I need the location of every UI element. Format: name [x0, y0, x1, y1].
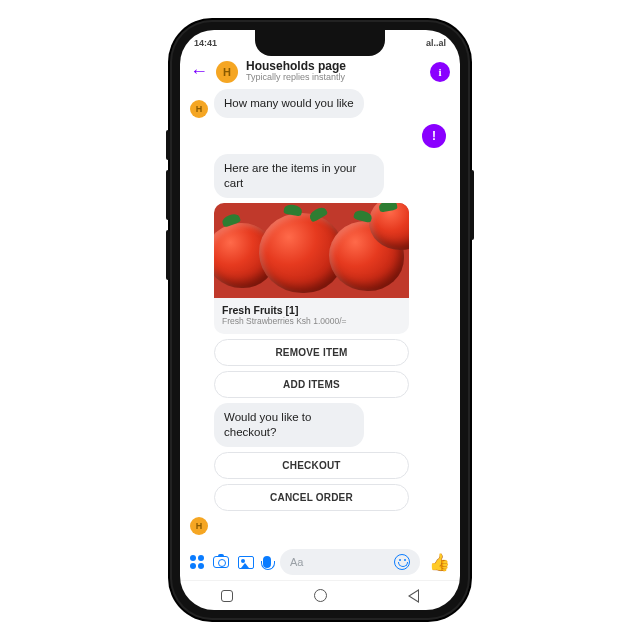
input-placeholder: Aa: [290, 556, 303, 568]
camera-icon[interactable]: [213, 556, 229, 568]
outgoing-badge: !: [422, 124, 446, 148]
message-incoming: H: [190, 517, 450, 535]
message-incoming: H How many would you like: [190, 89, 450, 118]
composer: Aa 👍: [180, 544, 460, 580]
cart-block: Here are the items in your cart: [214, 154, 450, 511]
message-input[interactable]: Aa: [280, 549, 420, 575]
back-icon[interactable]: ←: [190, 61, 208, 82]
nav-recent-icon[interactable]: [221, 590, 233, 602]
message-avatar: H: [190, 517, 208, 535]
chat-messages[interactable]: H How many would you like ! Here are the…: [180, 89, 460, 544]
chat-header: ← H Households page Typically replies in…: [180, 56, 460, 89]
emoji-icon[interactable]: [394, 554, 410, 570]
nav-home-icon[interactable]: [314, 589, 327, 602]
add-items-button[interactable]: ADD ITEMS: [214, 371, 409, 398]
info-button[interactable]: i: [430, 62, 450, 82]
gallery-icon[interactable]: [238, 556, 254, 569]
status-right: al..al: [426, 38, 446, 48]
header-text[interactable]: Households page Typically replies instan…: [246, 60, 422, 83]
message-outgoing: !: [190, 124, 450, 148]
nav-back-icon[interactable]: [408, 589, 419, 603]
phone-side-button: [166, 130, 170, 160]
product-image: [214, 203, 409, 298]
screen: 14:41 al..al ← H Households page Typical…: [180, 30, 460, 610]
message-avatar: H: [190, 100, 208, 118]
phone-volume-down: [166, 230, 170, 280]
message-text: Would you like to checkout?: [214, 403, 364, 447]
status-time: 14:41: [194, 38, 217, 48]
cancel-order-button[interactable]: CANCEL ORDER: [214, 484, 409, 511]
message-text: Here are the items in your cart: [214, 154, 384, 198]
apps-icon[interactable]: [190, 555, 204, 569]
message-text: How many would you like: [214, 89, 364, 118]
microphone-icon[interactable]: [263, 556, 271, 568]
remove-item-button[interactable]: REMOVE ITEM: [214, 339, 409, 366]
phone-notch: [255, 30, 385, 56]
product-card[interactable]: Fresh Fruits [1] Fresh Strawberries Ksh …: [214, 203, 409, 334]
product-subtitle: Fresh Strawberries Ksh 1.0000/=: [222, 316, 401, 326]
android-nav-bar: [180, 580, 460, 610]
header-avatar[interactable]: H: [216, 61, 238, 83]
like-icon[interactable]: 👍: [429, 552, 450, 573]
phone-frame: 14:41 al..al ← H Households page Typical…: [170, 20, 470, 620]
chat-subtitle: Typically replies instantly: [246, 73, 422, 83]
phone-power-button: [470, 170, 474, 240]
product-title: Fresh Fruits [1]: [222, 304, 401, 316]
phone-volume-up: [166, 170, 170, 220]
checkout-button[interactable]: CHECKOUT: [214, 452, 409, 479]
